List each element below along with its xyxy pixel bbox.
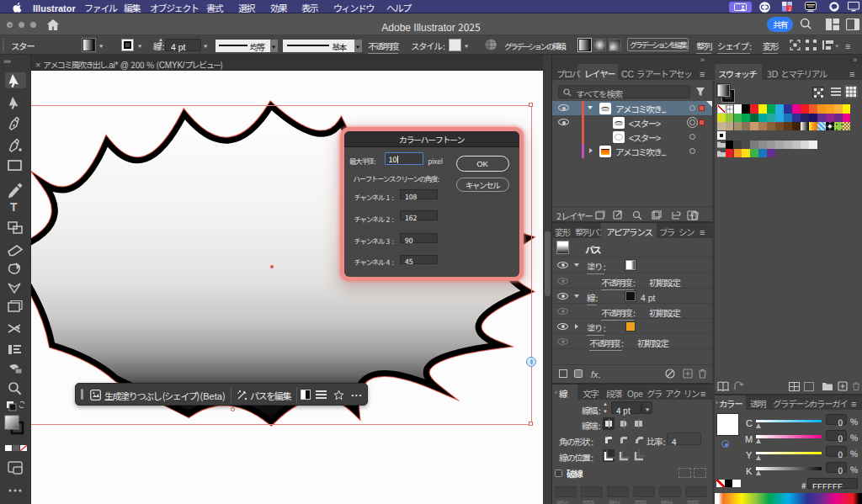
svg-text:T: T [10, 200, 18, 214]
